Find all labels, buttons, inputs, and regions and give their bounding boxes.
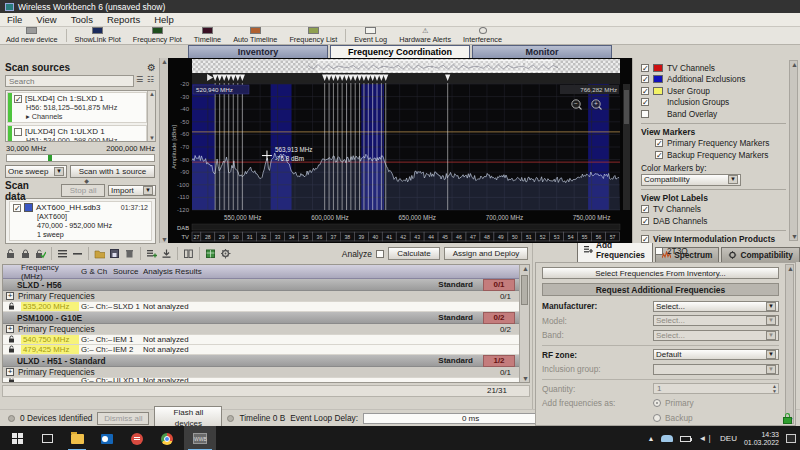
columns-icon[interactable] [182,247,195,260]
import-down-icon[interactable] [160,247,173,260]
list-view-icon[interactable]: ☰ [136,75,145,85]
expand-icon[interactable]: + [6,368,14,376]
checkbox[interactable]: ✓ [641,98,649,106]
auto-timeline-button[interactable]: Auto Timeline [227,27,283,44]
expand-icon[interactable]: + [6,325,14,333]
scan-button[interactable]: Scan with 1 source [70,165,155,178]
color-markers-dropdown[interactable]: Compatibility▼ [641,174,741,186]
lock-icon[interactable] [3,345,19,355]
tab-frequency-coordination[interactable]: Frequency Coordination [330,45,470,58]
expand-row[interactable]: +Primary Frequencies0/1 [3,291,529,302]
expand-row[interactable]: +Primary Frequencies0/2 [3,324,529,335]
expand-row[interactable]: +Primary Frequencies0/1 [3,367,529,378]
scan-file-item[interactable]: Peak Hold [9,243,152,244]
lock-check-icon[interactable] [34,247,47,260]
wwb-taskbar-button[interactable]: WWB [184,426,216,450]
menu-help[interactable]: Help [147,14,181,25]
keyboard-language[interactable]: DEU [720,434,737,443]
checkbox[interactable]: ✓ [655,151,663,159]
frequency-plot-button[interactable]: Frequency Plot [127,27,188,44]
add-device-button[interactable]: Add new device [0,27,64,44]
quantity-stepper[interactable]: 1 ▲▼ [653,383,779,394]
import-dropdown[interactable]: Import▼ [108,185,156,196]
timeline-button[interactable]: Timeline [188,27,227,44]
gear-icon[interactable] [219,247,232,260]
detail-view-icon[interactable]: ☷ [147,75,156,85]
select-from-inventory-button[interactable]: Select Frequencies From Inventory... [542,267,779,279]
column-header[interactable]: Frequency (MHz) [19,264,81,281]
checkbox[interactable]: ✓ [641,75,649,83]
column-header[interactable]: Analysis Results [143,267,529,276]
speaker-icon[interactable]: ◄❘ [698,434,713,443]
checkbox[interactable] [376,250,384,258]
checkbox[interactable] [14,128,22,136]
table-scrollbar[interactable]: ▲▼ [519,265,529,382]
field-dropdown[interactable]: Select...▼ [653,330,779,341]
frequency-row[interactable]: 535,200 MHzG:– Ch:–SLXD 1Not analyzed [3,302,529,312]
showlink-plot-button[interactable]: ShowLink Plot [69,27,127,44]
scan-source-item[interactable]: ✓[SLXD4] Ch 1:SLXD 1H56: 518,125–561,875… [7,92,147,123]
delete-icon[interactable] [123,247,136,260]
sweep-mode-dropdown[interactable]: One sweep▼ [5,165,67,178]
file-explorer-button[interactable] [64,426,90,450]
clock[interactable]: 14:33 01.03.2022 [744,431,779,447]
expand-icon[interactable]: + [6,292,14,300]
side-panel-scrollbar[interactable]: ▲▼ [785,264,794,424]
tab-inventory[interactable]: Inventory [188,45,328,58]
folder-icon[interactable] [93,247,106,260]
lock-icon[interactable] [3,335,19,345]
spectrum-svg[interactable]: -20-30-40-50-60-70-80-90-100-110-120550,… [168,58,632,243]
onedrive-icon[interactable] [661,435,673,442]
lock-icon[interactable] [3,302,19,312]
scan-file-item[interactable]: ✓AXT600_HH.sdb301:37:12[AXT600]470,000 -… [9,201,152,241]
stop-all-button[interactable]: Stop all [61,184,105,197]
unlock-icon[interactable] [4,247,17,260]
checkbox[interactable] [655,247,663,255]
calculate-button[interactable]: Calculate [388,247,440,260]
spectrum-plot[interactable]: -20-30-40-50-60-70-80-90-100-110-120550,… [168,58,632,243]
gear-icon[interactable]: ⚙ [147,62,156,73]
outlook-button[interactable] [94,426,120,450]
lock-icon[interactable] [19,247,32,260]
checkbox[interactable]: ✓ [655,139,663,147]
search-input[interactable] [5,75,134,87]
minus-icon[interactable] [71,247,84,260]
device-group-row[interactable]: ULXD - H51 - StandardStandard1/2 [3,355,529,367]
interference-button[interactable]: Interference [457,27,508,44]
field-dropdown[interactable]: ▼ [653,364,779,375]
hardware-alerts-button[interactable]: ⚠Hardware Alerts [393,27,457,44]
device-group-row[interactable]: PSM1000 - G10EStandard0/2 [3,312,529,324]
tab-monitor[interactable]: Monitor [472,45,612,58]
frequency-row[interactable]: 479,425 MHzG:– Ch:–IEM 2Not analyzed [3,345,529,355]
spinner-arrows-icon[interactable]: ▲▼ [772,384,777,394]
checkbox[interactable]: ✓ [641,217,649,225]
scan-range-bar[interactable] [6,154,155,162]
checkbox[interactable]: ✓ [641,87,649,95]
dismiss-all-button[interactable]: Dismiss all [97,412,149,425]
assign-and-deploy-button[interactable]: Assign and Deploy [444,247,528,260]
checkbox[interactable]: ✓ [641,235,649,243]
table-scrollbar-thumb[interactable] [521,275,528,305]
scan-source-scrollbar[interactable]: ▲▼ [147,91,155,141]
backup-radio[interactable] [653,414,661,422]
notification-center-icon[interactable] [786,434,796,443]
chrome-button[interactable] [154,426,180,450]
battery-icon[interactable] [680,436,691,442]
scan-source-item[interactable]: [ULXD4] Ch 1:ULXD 1H51: 534,000–598,000 … [7,125,147,142]
list-icon[interactable] [56,247,69,260]
device-group-row[interactable]: SLXD - H56Standard0/1 [3,279,529,291]
checkbox[interactable]: ✓ [641,64,649,72]
column-header[interactable]: Source [113,267,143,276]
save-icon[interactable] [108,247,121,260]
list-add-icon[interactable] [145,247,158,260]
primary-radio[interactable] [653,399,661,407]
menu-reports[interactable]: Reports [100,14,147,25]
checkbox[interactable]: ✓ [14,95,22,103]
plot-options-scrollbar[interactable]: ▲▼ [789,60,798,241]
frequency-list-button[interactable]: Frequency List [283,27,343,44]
mail-app-button[interactable] [124,426,150,450]
menu-file[interactable]: File [0,14,29,25]
lock-icon[interactable] [3,378,19,383]
channels-expander[interactable]: ▸ Channels [14,112,144,121]
table-green-icon[interactable] [204,247,217,260]
